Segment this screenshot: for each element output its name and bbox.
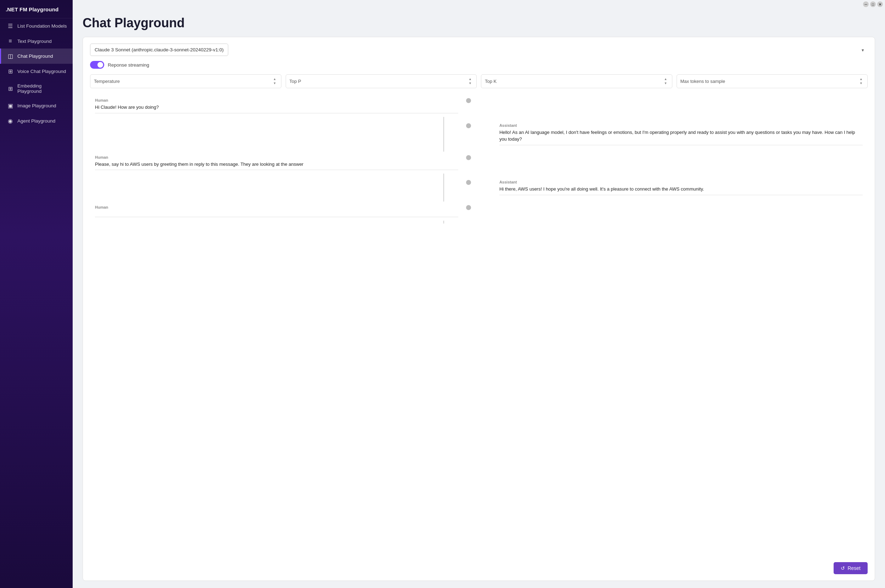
chat-row-4: Human — [90, 201, 868, 220]
chat-area: HumanHi Claude! How are you doing?Assist… — [90, 94, 868, 558]
sidebar-item-voice-chat-playground[interactable]: ⊞ Voice Chat Playground — [0, 64, 73, 79]
sidebar-item-agent-playground[interactable]: ◉ Agent Playground — [0, 113, 73, 129]
top-p-spinners: ▲ ▼ — [467, 77, 473, 86]
assistant-text-1: Hello! As an AI language model, I don't … — [499, 129, 862, 143]
max-tokens-spinners: ▲ ▼ — [858, 77, 864, 86]
chat-row-0: HumanHi Claude! How are you doing? — [90, 94, 868, 117]
role-label-human-4: Human — [95, 205, 458, 209]
temperature-up[interactable]: ▲ — [272, 77, 278, 81]
top-k-label: Top K — [485, 79, 497, 84]
human-empty-input-4[interactable] — [95, 211, 458, 217]
window-controls: ─ □ ✕ — [863, 2, 883, 7]
sidebar-label-agent-playground: Agent Playground — [17, 118, 55, 124]
timeline-dot-1 — [466, 123, 471, 128]
sidebar-label-text-playground: Text Playground — [17, 39, 52, 44]
human-text-0: Hi Claude! How are you doing? — [95, 104, 458, 111]
sidebar-label-voice-chat-playground: Voice Chat Playground — [17, 69, 66, 74]
timeline-dot-2 — [466, 155, 471, 160]
timeline-dot-col-0 — [463, 94, 474, 103]
sidebar-icon-list-foundation-models: ☰ — [7, 22, 14, 29]
sidebar-nav: ☰ List Foundation Models ≡ Text Playgrou… — [0, 18, 73, 129]
sidebar-label-list-foundation-models: List Foundation Models — [17, 23, 67, 29]
top-p-down[interactable]: ▼ — [467, 81, 473, 86]
sidebar-item-image-playground[interactable]: ▣ Image Playground — [0, 98, 73, 113]
human-message-0: HumanHi Claude! How are you doing? — [90, 94, 463, 117]
streaming-toggle-row: Reponse streaming — [90, 61, 868, 69]
timeline-dot-col-4 — [463, 201, 474, 210]
model-select-wrapper: Claude 3 Sonnet (anthropic.claude-3-sonn… — [90, 44, 868, 56]
sidebar-icon-chat-playground: ◫ — [7, 53, 14, 60]
role-label-assistant-3: Assistant — [499, 180, 862, 184]
top-k-spinners: ▲ ▼ — [663, 77, 669, 86]
reset-label: Reset — [847, 566, 861, 571]
top-k-down[interactable]: ▼ — [663, 81, 669, 86]
chat-row-2: HumanPlease, say hi to AWS users by gree… — [90, 152, 868, 174]
timeline-dot-col-1 — [463, 120, 474, 128]
assistant-message-3: AssistantHi there, AWS users! I hope you… — [494, 176, 868, 199]
streaming-toggle[interactable] — [90, 61, 104, 69]
sidebar-item-embedding-playground[interactable]: ⊞ Embedding Playground — [0, 79, 73, 98]
timeline-dot-col-3 — [463, 176, 474, 185]
streaming-label: Reponse streaming — [108, 62, 149, 68]
top-p-field: Top P ▲ ▼ — [285, 74, 477, 88]
sidebar-label-embedding-playground: Embedding Playground — [17, 83, 67, 94]
human-message-2: HumanPlease, say hi to AWS users by gree… — [90, 152, 463, 174]
reset-button[interactable]: ↺ Reset — [834, 562, 868, 574]
human-text-2: Please, say hi to AWS users by greeting … — [95, 161, 458, 168]
top-k-field: Top K ▲ ▼ — [481, 74, 672, 88]
max-tokens-down[interactable]: ▼ — [858, 81, 864, 86]
assistant-text-3: Hi there, AWS users! I hope you're all d… — [499, 186, 862, 193]
chat-timeline: HumanHi Claude! How are you doing?Assist… — [90, 94, 868, 224]
sidebar-item-list-foundation-models[interactable]: ☰ List Foundation Models — [0, 18, 73, 34]
human-message-4: Human — [90, 201, 463, 220]
sidebar-label-chat-playground: Chat Playground — [17, 54, 53, 59]
model-selector-row: Claude 3 Sonnet (anthropic.claude-3-sonn… — [90, 44, 868, 56]
max-tokens-label: Max tokens to sample — [681, 79, 725, 84]
max-tokens-up[interactable]: ▲ — [858, 77, 864, 81]
timeline-dot-0 — [466, 98, 471, 103]
sidebar-label-image-playground: Image Playground — [17, 103, 56, 108]
reset-icon: ↺ — [841, 566, 845, 571]
titlebar: ─ □ ✕ — [73, 0, 885, 7]
main-card: Claude 3 Sonnet (anthropic.claude-3-sonn… — [83, 37, 875, 581]
sidebar-icon-voice-chat-playground: ⊞ — [7, 68, 14, 75]
max-tokens-field: Max tokens to sample ▲ ▼ — [676, 74, 868, 88]
sidebar: .NET FM Playground ☰ List Foundation Mod… — [0, 0, 73, 588]
role-label-assistant-1: Assistant — [499, 123, 862, 128]
app-title: .NET FM Playground — [0, 0, 73, 18]
top-k-up[interactable]: ▲ — [663, 77, 669, 81]
temperature-spinners: ▲ ▼ — [272, 77, 278, 86]
model-select[interactable]: Claude 3 Sonnet (anthropic.claude-3-sonn… — [90, 44, 228, 56]
role-label-human-2: Human — [95, 155, 458, 159]
top-p-label: Top P — [290, 79, 301, 84]
timeline-dot-3 — [466, 180, 471, 185]
sidebar-icon-image-playground: ▣ — [7, 102, 14, 109]
timeline-dot-col-2 — [463, 152, 474, 160]
sidebar-item-text-playground[interactable]: ≡ Text Playground — [0, 34, 73, 48]
restore-button[interactable]: □ — [870, 2, 876, 7]
assistant-message-1: AssistantHello! As an AI language model,… — [494, 120, 868, 149]
chat-row-1: AssistantHello! As an AI language model,… — [90, 120, 868, 149]
page-title: Chat Playground — [83, 16, 875, 30]
role-label-human-0: Human — [95, 98, 458, 102]
close-button[interactable]: ✕ — [877, 2, 883, 7]
timeline-dot-4 — [466, 205, 471, 210]
sidebar-icon-agent-playground: ◉ — [7, 118, 14, 124]
main-content: ─ □ ✕ Chat Playground Claude 3 Sonnet (a… — [73, 0, 885, 588]
top-p-up[interactable]: ▲ — [467, 77, 473, 81]
page-content: Chat Playground Claude 3 Sonnet (anthrop… — [73, 7, 885, 588]
sidebar-item-chat-playground[interactable]: ◫ Chat Playground — [0, 48, 73, 64]
temperature-label: Temperature — [94, 79, 120, 84]
sidebar-icon-text-playground: ≡ — [7, 38, 14, 44]
minimize-button[interactable]: ─ — [863, 2, 869, 7]
bottom-row: ↺ Reset — [90, 562, 868, 574]
sidebar-icon-embedding-playground: ⊞ — [7, 86, 14, 92]
params-row: Temperature ▲ ▼ Top P ▲ ▼ Top K — [90, 74, 868, 88]
temperature-field: Temperature ▲ ▼ — [90, 74, 281, 88]
temperature-down[interactable]: ▼ — [272, 81, 278, 86]
chat-row-3: AssistantHi there, AWS users! I hope you… — [90, 176, 868, 199]
